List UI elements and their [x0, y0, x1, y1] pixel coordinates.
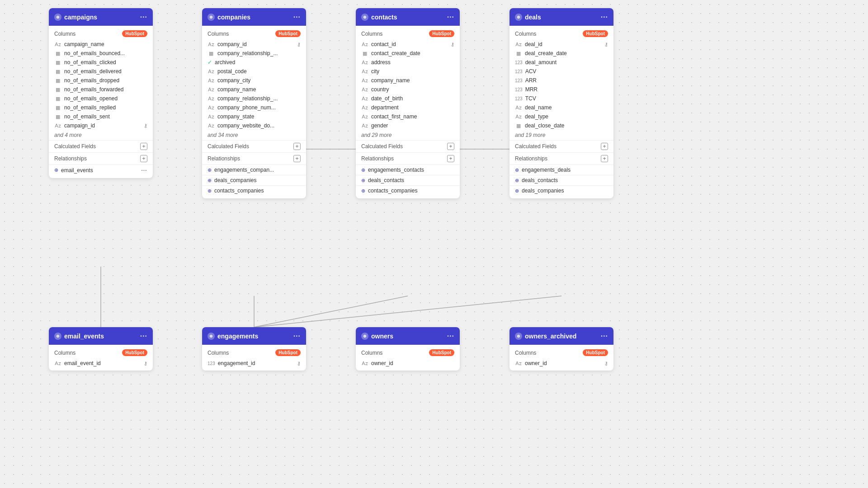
table-engagements: ⊕ engagements ⋯ Columns HubSpot 123engag… — [202, 327, 306, 371]
table-row: Aᴢowner_id⚷ — [509, 359, 613, 368]
table-row: ▦no_of_emails_opened — [49, 94, 153, 103]
deals-calc-plus[interactable]: + — [601, 143, 608, 150]
campaigns-columns-label: Columns — [54, 31, 75, 37]
table-row: ▦deal_create_date — [509, 49, 613, 58]
table-owners-archived: ⊕ owners_archived ⋯ Columns HubSpot Aᴢow… — [509, 327, 613, 371]
svg-line-3 — [254, 296, 561, 327]
table-row: 123ACV — [509, 67, 613, 76]
table-email-events: ⊕ email_events ⋯ Columns HubSpot Aᴢemail… — [49, 327, 153, 371]
owners-archived-db-icon: ⊕ — [515, 333, 522, 340]
campaigns-calc-plus[interactable]: + — [140, 143, 147, 150]
list-item[interactable]: ⊕contacts_companies — [356, 185, 460, 196]
table-row: Aᴢgender — [356, 121, 460, 130]
deals-columns-label: Columns — [515, 31, 536, 37]
deals-hubspot-badge: HubSpot — [583, 30, 608, 37]
companies-title: companies — [217, 14, 250, 21]
table-row: Aᴢcompany_city — [202, 76, 306, 85]
list-item[interactable]: ⊕deals_contacts — [356, 175, 460, 185]
owners-db-icon: ⊕ — [361, 333, 368, 340]
table-row: ▦no_of_emails_dropped — [49, 76, 153, 85]
engagements-header: ⊕ engagements ⋯ — [202, 327, 306, 345]
table-row: Aᴢcontact_id⚷ — [356, 40, 460, 49]
table-campaigns: ⊕ campaigns ⋯ Columns HubSpot Aᴢcampaign… — [49, 8, 153, 178]
table-row: Aᴢcompany_state — [202, 112, 306, 121]
table-row: ▦company_relationship_... — [202, 49, 306, 58]
table-row: Aᴢaddress — [356, 58, 460, 67]
table-row: Aᴢcompany_relationship_... — [202, 94, 306, 103]
contacts-rel-plus[interactable]: + — [447, 155, 454, 162]
table-row: Aᴢcompany_id⚷ — [202, 40, 306, 49]
contacts-calc-plus[interactable]: + — [447, 143, 454, 150]
deals-title: deals — [525, 14, 541, 21]
contacts-columns-label: Columns — [361, 31, 382, 37]
engagements-db-icon: ⊕ — [208, 333, 215, 340]
owners-title: owners — [371, 333, 393, 340]
campaigns-rel-plus[interactable]: + — [140, 155, 147, 162]
list-item[interactable]: ⊕engagements_contacts — [356, 164, 460, 175]
deals-more[interactable]: and 19 more — [509, 130, 613, 140]
owners-menu[interactable]: ⋯ — [447, 332, 454, 340]
deals-menu[interactable]: ⋯ — [600, 13, 608, 21]
companies-rel-plus[interactable]: + — [293, 155, 301, 162]
companies-relationships[interactable]: Relationships+ — [202, 152, 306, 164]
email-events-hubspot-badge: HubSpot — [122, 349, 147, 356]
table-row: 123MRR — [509, 85, 613, 94]
list-item[interactable]: ⊕deals_contacts — [509, 175, 613, 185]
table-row: Aᴢcampaign_id⚷ — [49, 121, 153, 130]
table-row: Aᴢcountry — [356, 85, 460, 94]
table-contacts: ⊕ contacts ⋯ Columns HubSpot Aᴢcontact_i… — [356, 8, 460, 198]
table-row: 123ARR — [509, 76, 613, 85]
list-item[interactable]: ⊕contacts_companies — [202, 185, 306, 196]
companies-more[interactable]: and 34 more — [202, 130, 306, 140]
contacts-menu[interactable]: ⋯ — [447, 13, 454, 21]
table-row: Aᴢcompany_name — [356, 76, 460, 85]
email-events-menu[interactable]: ⋯ — [140, 332, 147, 340]
table-row: ✓archived — [202, 58, 306, 67]
table-row: 123TCV — [509, 94, 613, 103]
contacts-db-icon: ⊕ — [361, 14, 368, 21]
contacts-more[interactable]: and 29 more — [356, 130, 460, 140]
owners-archived-menu[interactable]: ⋯ — [600, 332, 608, 340]
table-row: Aᴢdeal_name — [509, 103, 613, 112]
table-owners: ⊕ owners ⋯ Columns HubSpot Aᴢowner_id — [356, 327, 460, 371]
owners-archived-hubspot-badge: HubSpot — [583, 349, 608, 356]
deals-calculated-fields[interactable]: Calculated Fields+ — [509, 140, 613, 152]
email-events-db-icon: ⊕ — [54, 333, 61, 340]
deals-db-icon: ⊕ — [515, 14, 522, 21]
companies-header: ⊕ companies ⋯ — [202, 8, 306, 26]
table-row: ▦deal_close_date — [509, 121, 613, 130]
list-item[interactable]: ⊕engagements_deals — [509, 164, 613, 175]
engagements-columns-label: Columns — [208, 350, 229, 356]
contacts-header: ⊕ contacts ⋯ — [356, 8, 460, 26]
owners-archived-title: owners_archived — [525, 333, 576, 340]
deals-rel-plus[interactable]: + — [601, 155, 608, 162]
table-row: ▦no_of_emails_forwarded — [49, 85, 153, 94]
campaigns-more[interactable]: and 4 more — [49, 130, 153, 140]
contacts-relationships[interactable]: Relationships+ — [356, 152, 460, 164]
deals-relationships[interactable]: Relationships+ — [509, 152, 613, 164]
table-row: 123engagement_id⚷ — [202, 359, 306, 368]
table-row: ▦no_of_emails_delivered — [49, 67, 153, 76]
table-row: ▦no_of_emails_sent — [49, 112, 153, 121]
campaigns-header: ⊕ campaigns ⋯ — [49, 8, 153, 26]
table-row: ▦contact_create_date — [356, 49, 460, 58]
engagements-menu[interactable]: ⋯ — [293, 332, 301, 340]
list-item[interactable]: ⊕email_events⋯ — [49, 164, 153, 175]
list-item[interactable]: ⊕deals_companies — [509, 185, 613, 196]
email-events-title: email_events — [64, 333, 104, 340]
list-item[interactable]: ⊕deals_companies — [202, 175, 306, 185]
list-item[interactable]: ⊕engagements_compan... — [202, 164, 306, 175]
companies-calc-plus[interactable]: + — [293, 143, 301, 150]
table-row: ▦no_of_emails_replied — [49, 103, 153, 112]
companies-menu[interactable]: ⋯ — [293, 13, 301, 21]
companies-calculated-fields[interactable]: Calculated Fields+ — [202, 140, 306, 152]
companies-db-icon: ⊕ — [208, 14, 215, 21]
table-row: Aᴢcampaign_name — [49, 40, 153, 49]
engagements-hubspot-badge: HubSpot — [275, 349, 301, 356]
campaigns-relationships[interactable]: Relationships+ — [49, 152, 153, 164]
table-row: Aᴢemail_event_id⚷ — [49, 359, 153, 368]
campaigns-calculated-fields[interactable]: Calculated Fields+ — [49, 140, 153, 152]
contacts-calculated-fields[interactable]: Calculated Fields+ — [356, 140, 460, 152]
owners-columns-label: Columns — [361, 350, 382, 356]
campaigns-menu[interactable]: ⋯ — [140, 13, 147, 21]
